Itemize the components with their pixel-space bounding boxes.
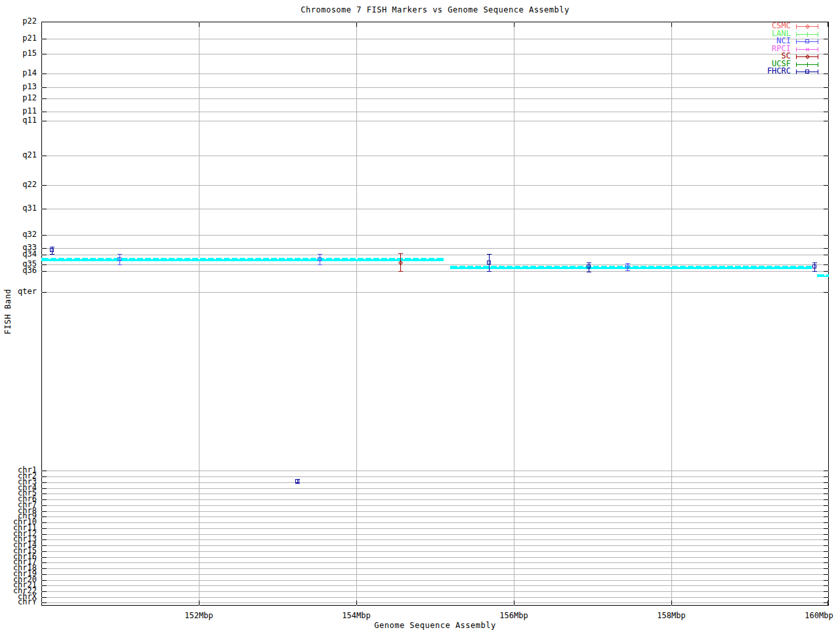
axis-tick-left-chr19 bbox=[42, 574, 47, 575]
gridline-p12 bbox=[41, 98, 829, 99]
legend-marker-FHCRC-square-marker bbox=[805, 70, 809, 74]
axis-tick-left-chr2 bbox=[42, 476, 47, 477]
x-axis-label: Genome Sequence Assembly bbox=[41, 621, 829, 630]
axis-tick-left-chrX bbox=[42, 597, 47, 598]
y-tick-label-qter: qter bbox=[1, 288, 37, 296]
axis-tick-right-chr11 bbox=[824, 528, 828, 529]
axis-tick-left-chr3 bbox=[42, 482, 47, 483]
axis-tick-right-chr3 bbox=[824, 482, 828, 483]
axis-tick-left-p21 bbox=[42, 39, 47, 39]
axis-tick-left-q11 bbox=[42, 121, 47, 121]
axis-tick-top-156Mbp bbox=[514, 22, 514, 27]
axis-tick-left-chr12 bbox=[42, 534, 47, 535]
axis-tick-top-160Mbp bbox=[828, 22, 828, 27]
legend-sample-cap-SC bbox=[818, 54, 818, 59]
error-cap-top-SC bbox=[398, 253, 403, 254]
axis-tick-left-chr10 bbox=[42, 522, 47, 523]
gridline-q33 bbox=[41, 248, 829, 249]
legend-sample-cap-UCSF bbox=[818, 62, 818, 67]
axis-tick-right-chr10 bbox=[824, 522, 828, 523]
error-cap-bottom-NCI bbox=[625, 270, 630, 271]
axis-tick-top-158Mbp bbox=[671, 22, 672, 27]
legend-sample-cap-RPCI bbox=[796, 47, 797, 52]
gridline-p11 bbox=[41, 112, 829, 112]
axis-tick-right-chr13 bbox=[824, 539, 828, 540]
gridline-chr2 bbox=[41, 476, 829, 477]
band-dash-texture bbox=[818, 274, 828, 276]
axis-tick-right-chr18 bbox=[824, 568, 828, 569]
axis-tick-right-chr6 bbox=[824, 499, 828, 500]
axis-tick-left-q31 bbox=[42, 209, 47, 209]
data-point-FHCRC-square-marker bbox=[587, 264, 591, 268]
error-cap-top-NCI bbox=[625, 263, 630, 264]
y-tick-label-p22: p22 bbox=[1, 18, 37, 26]
y-tick-label-q11: q11 bbox=[1, 117, 37, 125]
error-cap-bottom-SC bbox=[398, 271, 403, 272]
axis-tick-bottom-154Mbp bbox=[356, 600, 357, 605]
error-cap-bottom-FHCRC bbox=[587, 272, 591, 272]
gridline-chr16 bbox=[41, 557, 829, 558]
axis-tick-right-p11 bbox=[824, 112, 828, 112]
axis-tick-left-p13 bbox=[42, 87, 47, 88]
y-tick-label-chrY: chrY bbox=[1, 598, 37, 606]
gridline-chr11 bbox=[41, 528, 829, 529]
error-cap-top-NCI bbox=[117, 254, 122, 255]
legend-marker-LANL-plus-marker bbox=[805, 34, 810, 35]
axis-tick-right-chr5 bbox=[824, 494, 828, 494]
gridline-chr17 bbox=[41, 562, 829, 563]
axis-tick-left-chr15 bbox=[42, 551, 47, 552]
axis-tick-left-p11 bbox=[42, 112, 47, 112]
gridline-chr9 bbox=[41, 516, 829, 517]
gridline-p13 bbox=[41, 87, 829, 88]
x-tick-label-154Mbp: 154Mbp bbox=[335, 611, 377, 620]
data-point-FHCRC-square-marker bbox=[50, 248, 54, 252]
gridline-chr13 bbox=[41, 539, 829, 540]
assembly-band-q35-q36 bbox=[450, 266, 812, 269]
gridline-chrX bbox=[41, 597, 829, 598]
axis-tick-right-p14 bbox=[824, 74, 828, 74]
gridline-chr18 bbox=[41, 568, 829, 569]
axis-tick-left-p14 bbox=[42, 74, 47, 74]
error-cap-top-NCI bbox=[318, 254, 322, 255]
axis-tick-right-p21 bbox=[824, 39, 828, 39]
axis-tick-right-chr2 bbox=[824, 476, 828, 477]
axis-tick-left-q33 bbox=[42, 248, 47, 249]
gridline-q21 bbox=[41, 156, 829, 156]
gridline-q36 bbox=[41, 271, 829, 272]
axis-tick-right-chr7 bbox=[824, 505, 828, 506]
y-tick-label-p12: p12 bbox=[1, 94, 37, 102]
axis-tick-right-q35 bbox=[824, 264, 828, 265]
gridline-chrY bbox=[41, 602, 829, 603]
axis-tick-right-chr1 bbox=[824, 471, 828, 471]
legend-marker-NCI-square-marker bbox=[805, 39, 809, 43]
gridline-p21 bbox=[41, 39, 829, 39]
axis-tick-right-chr22 bbox=[824, 591, 828, 592]
gridline-chr22 bbox=[41, 591, 829, 592]
axis-tick-left-chr4 bbox=[42, 488, 47, 489]
axis-tick-left-chr6 bbox=[42, 499, 47, 500]
axis-tick-right-p12 bbox=[824, 98, 828, 99]
axis-tick-right-chr12 bbox=[824, 534, 828, 535]
axis-tick-left-q32 bbox=[42, 235, 47, 236]
gridline-chr8 bbox=[41, 511, 829, 512]
data-point-NCI-square-marker bbox=[625, 264, 629, 268]
error-cap-bottom-FHCRC bbox=[295, 483, 300, 484]
assembly-band-q34-q35 bbox=[41, 258, 444, 261]
gridline-chr21 bbox=[41, 585, 829, 586]
axis-tick-left-chr7 bbox=[42, 505, 47, 506]
y-tick-label-p11: p11 bbox=[1, 108, 37, 116]
data-point-NCI-square-marker bbox=[117, 257, 121, 261]
error-cap-top-FHCRC bbox=[487, 254, 492, 255]
x-tick-label-152Mbp: 152Mbp bbox=[178, 611, 220, 620]
axis-tick-left-qter bbox=[42, 292, 47, 293]
legend-sample-cap-CSMC bbox=[796, 24, 797, 29]
data-point-FHCRC-square-marker bbox=[812, 264, 816, 268]
y-tick-label-q21: q21 bbox=[1, 152, 37, 159]
axis-tick-right-q33 bbox=[824, 248, 828, 249]
gridline-156Mbp bbox=[514, 22, 514, 606]
error-cap-bottom-FHCRC bbox=[487, 271, 492, 272]
band-dash-texture bbox=[43, 258, 442, 259]
legend-sample-cap-LANL bbox=[796, 32, 797, 37]
axis-tick-left-chr17 bbox=[42, 562, 47, 563]
y-tick-label-p14: p14 bbox=[1, 70, 37, 77]
